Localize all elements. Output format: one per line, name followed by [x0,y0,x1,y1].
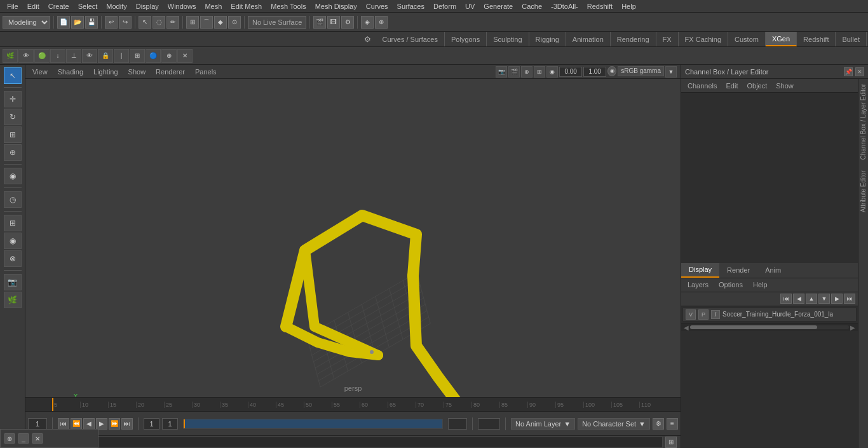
settings-gear-icon[interactable]: ⚙ [359,33,376,46]
vp-display-icon[interactable]: ◉ [546,66,558,78]
window-icon-close[interactable]: ✕ [32,433,43,444]
xgen-icon7[interactable]: 🔒 [98,49,113,63]
menu-edit[interactable]: Edit [23,1,44,11]
tab-bullet[interactable]: Bullet [836,32,867,46]
tab-sculpting[interactable]: Sculpting [487,32,529,46]
save-scene-btn[interactable]: 💾 [85,16,98,29]
hypershade-btn[interactable]: ◈ [361,16,374,29]
vp2-btn[interactable]: ⊕ [375,16,388,29]
new-scene-btn[interactable]: 📄 [57,16,70,29]
step-back-btn[interactable]: ⏪ [71,418,82,430]
move-tool-icon[interactable]: ✛ [4,91,22,107]
snap-icon[interactable]: ◉ [4,233,22,249]
scroll-track[interactable] [690,325,849,329]
layers-menu-help[interactable]: Help [749,280,771,290]
tab-custom[interactable]: Custom [728,32,766,46]
xgen-icon9[interactable]: ⊞ [130,49,145,63]
character-set-selector[interactable]: No Character Set ▼ [578,418,650,430]
lasso-tool-btn[interactable]: ◌ [153,16,165,29]
anim-layer-selector[interactable]: No Anim Layer ▼ [511,418,575,430]
vp-render-icon[interactable]: ⊕ [521,66,532,78]
goto-start-btn[interactable]: ⏮ [58,418,69,430]
menu-uv[interactable]: UV [461,1,479,11]
menu-deform[interactable]: Deform [429,1,461,11]
menu-edit-mesh[interactable]: Edit Mesh [226,1,266,11]
vp-y-val[interactable]: 1.00 [583,67,606,77]
render-seq-btn[interactable]: 🎞 [327,16,340,29]
tab-xgen[interactable]: XGen [766,32,797,46]
current-frame-field[interactable] [28,418,47,430]
layers-nav-prev[interactable]: ◀ [793,294,804,304]
redo-btn[interactable]: ↪ [119,16,132,29]
timeline-extra-btn[interactable]: ≡ [667,418,678,430]
panel-pin-btn[interactable]: 📌 [844,67,853,76]
vp-colorspace-icon[interactable]: ◉ [607,66,616,76]
dra-tab-display[interactable]: Display [681,263,719,278]
menu-mesh-tools[interactable]: Mesh Tools [266,1,310,11]
tab-fx[interactable]: FX [656,32,679,46]
vp-x-val[interactable]: 0.00 [559,67,582,77]
tab-curves-surfaces[interactable]: Curves / Surfaces [376,32,445,46]
xgen-icon10[interactable]: 🔵 [146,49,161,63]
play-btn[interactable]: ▶ [96,418,107,430]
layer-color-swatch[interactable]: / [711,310,720,319]
paint-select-btn[interactable]: ✏ [166,16,179,29]
soft-select-icon[interactable]: ◉ [4,168,22,184]
vp-film-icon[interactable]: 🎬 [508,66,520,78]
menu-modify[interactable]: Modify [102,1,131,11]
menu-windows[interactable]: Windows [163,1,201,11]
viewport-canvas[interactable]: X Y Z persp [25,79,681,397]
xgen-icon3[interactable]: 🟢 [34,49,50,63]
menu-cache[interactable]: Cache [517,1,546,11]
camera-icon[interactable]: 📷 [4,274,22,290]
vp-menu-panels[interactable]: Panels [192,67,220,76]
menu-redshift[interactable]: Redshift [583,1,617,11]
tab-polygons[interactable]: Polygons [445,32,487,46]
console-expand-btn[interactable]: ⊞ [665,437,677,448]
xgen-icon4[interactable]: ↓ [50,49,65,63]
layers-nav-last[interactable]: ⏭ [844,294,855,304]
open-scene-btn[interactable]: 📂 [71,16,84,29]
xgen-icon5[interactable]: ⊥ [66,49,81,63]
layers-scrollbar[interactable]: ◀ ▶ [681,323,858,331]
workspace-selector[interactable]: Modeling [3,16,50,29]
layers-nav-first[interactable]: ⏮ [780,294,792,304]
scroll-right-arrow[interactable]: ▶ [849,324,857,331]
vp-menu-view[interactable]: View [29,67,51,76]
snap-grid-btn[interactable]: ⊞ [186,16,199,29]
rotate-tool-icon[interactable]: ↻ [4,109,22,125]
snap-point-btn[interactable]: ◆ [214,16,227,29]
render-btn[interactable]: 🎬 [313,16,326,29]
channel-box-tab-label[interactable]: Channel Box / Layer Editor [858,79,868,165]
layer-v-btn[interactable]: V [686,309,696,320]
layers-nav-next[interactable]: ▶ [831,294,843,304]
tab-fx-caching[interactable]: FX Caching [679,32,728,46]
panel-close-btn[interactable]: ✕ [855,67,864,76]
timeline-playhead[interactable] [52,398,53,411]
xgen-left-icon[interactable]: 🌿 [4,292,22,308]
window-icon-min[interactable]: _ [25,433,29,444]
undo-btn[interactable]: ↩ [105,16,118,29]
ch-menu-object[interactable]: Object [743,81,771,91]
layer-p-btn[interactable]: P [698,309,709,320]
menu-3dtall[interactable]: -3DtoAll- [546,1,583,11]
xgen-icon2[interactable]: 👁 [18,49,34,63]
vp-menu-renderer[interactable]: Renderer [153,67,188,76]
xgen-icon8[interactable]: | [114,49,129,63]
menu-select[interactable]: Select [74,1,102,11]
timeline-settings-btn[interactable]: ⚙ [653,418,664,430]
render-settings-btn[interactable]: ⚙ [341,16,354,29]
menu-surfaces[interactable]: Surfaces [393,1,429,11]
tab-rigging[interactable]: Rigging [529,32,566,46]
dra-tab-anim[interactable]: Anim [757,263,789,278]
goto-end-btn[interactable]: ⏭ [121,418,133,430]
menu-display[interactable]: Display [132,1,163,11]
layers-menu-layers[interactable]: Layers [684,280,712,290]
select-tool-btn[interactable]: ↖ [139,16,151,29]
menu-file[interactable]: File [3,1,23,11]
history-icon[interactable]: ◷ [4,191,22,208]
layers-nav-up[interactable]: ▲ [806,294,817,304]
timeline-bar[interactable] [183,419,443,429]
xgen-icon6[interactable]: 👁 [82,49,97,63]
xgen-icon1[interactable]: 🌿 [3,49,18,63]
